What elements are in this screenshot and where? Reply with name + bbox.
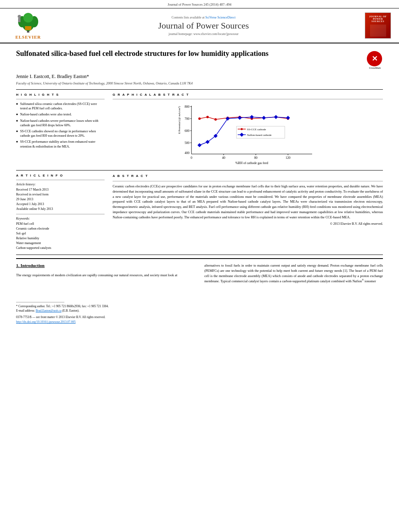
- divider-2: [16, 170, 383, 170]
- revised-date: 29 June 2013: [16, 197, 105, 202]
- journal-header: Journal of Power Sources 245 (2014) 487–…: [0, 0, 399, 8]
- article-title-section: Sulfonated silica-based fuel cell electr…: [16, 49, 383, 70]
- svg-text:400: 400: [185, 151, 189, 155]
- journal-title-area: Contents lists available at SciVerse Sci…: [48, 16, 359, 36]
- svg-text:800: 800: [185, 105, 189, 109]
- svg-rect-6: [18, 18, 21, 22]
- svg-text:500: 500: [185, 141, 189, 145]
- graphical-abstract-column: G R A P H I C A L A B S T R A C T 800 70…: [113, 93, 383, 166]
- article-info-label: A R T I C L E I N F O: [16, 174, 105, 177]
- introduction-left: 1. Introduction The energy requirements …: [16, 263, 195, 325]
- svg-text:%RH of cathode gas feed: %RH of cathode gas feed: [235, 161, 268, 165]
- highlight-item-2: Nafion-based cathodes were also tested.: [16, 112, 105, 117]
- section-number: 1. Introduction: [16, 263, 195, 268]
- highlight-item-3: Nafion-based cathodes severe performance…: [16, 119, 105, 127]
- divider-kw: [16, 214, 105, 214]
- introduction-right: alternatives to fossil fuels in order to…: [204, 263, 383, 325]
- keyword-6: Carbon-supported catalysts: [16, 246, 105, 251]
- abstract-column: A B S T R A C T Ceramic carbon electrode…: [113, 174, 383, 251]
- svg-point-30: [214, 118, 217, 121]
- svg-marker-43: [262, 116, 266, 120]
- svg-text:Nafion-based cathode: Nafion-based cathode: [247, 134, 271, 137]
- graphical-abstract-label: G R A P H I C A L A B S T R A C T: [113, 93, 383, 97]
- received-date: Received 17 March 2013: [16, 187, 105, 192]
- journal-logo-right: JOURNAL OF POWER SOURCES: [359, 12, 391, 39]
- doi-link[interactable]: http://dx.doi.org/10.1016/j.jpowsour.201…: [16, 320, 76, 324]
- highlight-item-4: SS-CCE cathodes showed no change in perf…: [16, 129, 105, 138]
- crossmark-icon: ✕: [367, 51, 382, 66]
- svg-text:80: 80: [254, 156, 257, 160]
- footnote-corresponding: * Corresponding author. Tel.: +1 905 721…: [16, 304, 195, 308]
- svg-marker-45: [286, 116, 290, 120]
- divider-hl: [16, 99, 105, 99]
- affiliation: Faculty of Science, University of Ontari…: [16, 81, 383, 85]
- footnote-divider: [16, 302, 64, 302]
- svg-text:120: 120: [286, 156, 290, 160]
- keywords-label: Keywords:: [16, 217, 105, 220]
- copyright-line: © 2013 Elsevier B.V. All rights reserved…: [113, 222, 383, 226]
- introduction-columns: 1. Introduction The energy requirements …: [16, 263, 383, 325]
- footnote-email: E-mail address: Brad.Easton@uoit.ca (E.B…: [16, 308, 195, 313]
- highlights-column: H I G H L I G H T S Sulfonated silica ce…: [16, 93, 105, 166]
- svg-text:700: 700: [185, 117, 189, 121]
- elsevier-brand: ELSEVIER: [15, 35, 41, 39]
- journal-logo-box: JOURNAL OF POWER SOURCES: [365, 12, 391, 39]
- svg-point-4: [23, 13, 33, 23]
- journal-title-banner: Journal of Power Sources: [48, 21, 359, 31]
- crossmark: ✕ CrossMark: [367, 51, 383, 67]
- svg-marker-41: [238, 116, 242, 120]
- keyword-2: Ceramic carbon electrode: [16, 226, 105, 231]
- highlights-label: H I G H L I G H T S: [16, 93, 105, 97]
- journal-citation: Journal of Power Sources 245 (2014) 487–…: [168, 2, 232, 6]
- graph-container: 800 700 600 500 400 E/Potential (@ mA/cm…: [113, 102, 383, 166]
- svg-rect-7: [25, 26, 31, 30]
- available-date: Available online 9 July 2013: [16, 207, 105, 212]
- svg-text:E/Potential (@ mA/cm²): E/Potential (@ mA/cm²): [178, 106, 181, 134]
- keyword-3: Sol–gel: [16, 231, 105, 236]
- performance-graph: 800 700 600 500 400 E/Potential (@ mA/cm…: [113, 102, 383, 166]
- keyword-4: Relative humidity: [16, 236, 105, 241]
- author-names: Jennie I. Eastcott, E. Bradley Easton*: [16, 74, 89, 79]
- keyword-1: PEM fuel cell: [16, 222, 105, 226]
- divider-3: [16, 255, 383, 255]
- history-label: Article history:: [16, 183, 105, 186]
- issn-line: 0378-7753/$ — see front matter © 2013 El…: [16, 315, 195, 319]
- introduction-text-left: The energy requirements of modern civili…: [16, 273, 195, 278]
- divider-ai: [16, 180, 105, 180]
- introduction-text-right: alternatives to fossil fuels in order to…: [204, 263, 383, 284]
- info-abstract-section: A R T I C L E I N F O Article history: R…: [16, 174, 383, 251]
- svg-marker-50: [240, 133, 244, 137]
- article-dates: Received 17 March 2013 Received in revis…: [16, 187, 105, 212]
- svg-text:0: 0: [191, 156, 192, 160]
- svg-marker-37: [197, 143, 202, 147]
- elsevier-tree-icon: [16, 12, 40, 34]
- svg-point-28: [198, 117, 201, 120]
- highlight-item-1: Sulfonated silica ceramic carbon electro…: [16, 102, 105, 111]
- svg-point-29: [206, 116, 209, 118]
- abstract-text: Ceramic carbon electrodes (CCEs) are pro…: [113, 184, 383, 220]
- abstract-label: A B S T R A C T: [113, 174, 383, 179]
- sciverse-link[interactable]: SciVerse ScienceDirect: [206, 16, 236, 19]
- doi-line: http://dx.doi.org/10.1016/j.jpowsour.201…: [16, 320, 195, 324]
- journal-homepage: journal homepage: www.elsevier.com/locat…: [48, 32, 359, 36]
- highlights-graphical-section: H I G H L I G H T S Sulfonated silica ce…: [16, 93, 383, 166]
- svg-text:40: 40: [222, 156, 225, 160]
- divider-1: [16, 89, 383, 90]
- keywords-list: PEM fuel cell Ceramic carbon electrode S…: [16, 222, 105, 251]
- highlights-list: Sulfonated silica ceramic carbon electro…: [16, 102, 105, 149]
- sciverse-line: Contents lists available at SciVerse Sci…: [48, 16, 359, 19]
- journal-banner: ELSEVIER Contents lists available at Sci…: [0, 8, 399, 43]
- svg-point-47: [241, 128, 243, 130]
- svg-marker-44: [274, 115, 278, 119]
- article-title: Sulfonated silica-based fuel cell electr…: [16, 49, 363, 58]
- elsevier-logo: ELSEVIER: [8, 12, 48, 39]
- keyword-5: Water management: [16, 241, 105, 246]
- main-content: Sulfonated silica-based fuel cell electr…: [0, 43, 399, 330]
- email-link[interactable]: Brad.Easton@uoit.ca: [36, 309, 62, 312]
- introduction-section: 1. Introduction The energy requirements …: [16, 258, 383, 325]
- article-info-column: A R T I C L E I N F O Article history: R…: [16, 174, 105, 251]
- authors-line: Jennie I. Eastcott, E. Bradley Easton*: [16, 74, 383, 80]
- svg-text:600: 600: [185, 129, 189, 133]
- accepted-date: Accepted 1 July 2013: [16, 202, 105, 207]
- svg-marker-40: [226, 117, 230, 121]
